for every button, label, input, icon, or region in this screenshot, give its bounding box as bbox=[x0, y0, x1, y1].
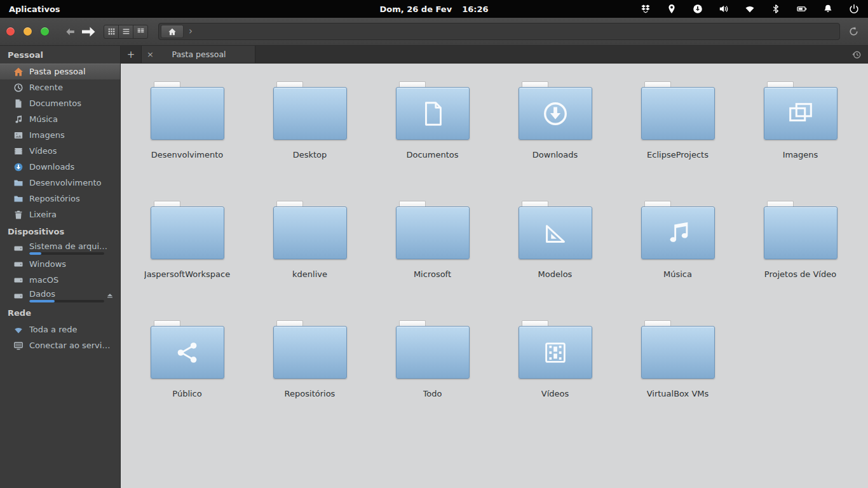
folder-icon bbox=[13, 194, 24, 204]
bluetooth-icon[interactable] bbox=[771, 4, 781, 14]
home-icon bbox=[168, 27, 177, 36]
sidebar-item-conectar-ao-servidor[interactable]: Conectar ao servidor... bbox=[0, 337, 120, 353]
icon-view-button[interactable] bbox=[104, 25, 119, 39]
folder-icon bbox=[519, 201, 592, 259]
folder-item-downloads[interactable]: Downloads bbox=[494, 81, 616, 201]
music-emblem-icon bbox=[663, 219, 693, 248]
sidebar-item-label: Desenvolvimento bbox=[29, 178, 102, 187]
disk-usage-bar bbox=[29, 252, 104, 255]
folder-icon bbox=[273, 320, 347, 379]
back-arrow-icon bbox=[64, 25, 77, 38]
folder-icon bbox=[396, 320, 470, 379]
sidebar-item-imagens[interactable]: Imagens bbox=[0, 127, 120, 143]
sidebar-item-recente[interactable]: Recente bbox=[0, 79, 120, 95]
sidebar-item-label: Conectar ao servidor... bbox=[29, 341, 111, 350]
sidebar-item-label: macOS bbox=[29, 275, 58, 285]
folder-item-videos[interactable]: Vídeos bbox=[494, 320, 616, 440]
folder-icon bbox=[641, 320, 715, 379]
forward-button[interactable] bbox=[79, 22, 97, 41]
folder-item-publico[interactable]: Público bbox=[126, 320, 248, 440]
tab-pasta-pessoal[interactable]: × Pasta pessoal bbox=[141, 46, 255, 63]
folder-icon bbox=[396, 201, 470, 259]
history-button[interactable] bbox=[845, 46, 868, 63]
folder-item-todo[interactable]: Todo bbox=[371, 320, 494, 440]
sidebar-sections: PessoalPasta pessoalRecenteDocumentosMús… bbox=[0, 46, 120, 353]
maximize-window-button[interactable] bbox=[41, 27, 49, 36]
sidebar-item-toda-a-rede[interactable]: Toda a rede bbox=[0, 322, 120, 337]
folder-icon bbox=[273, 201, 347, 259]
back-button[interactable] bbox=[62, 22, 79, 41]
sidebar-item-macos[interactable]: macOS bbox=[0, 272, 120, 288]
sidebar-item-desenvolvimento[interactable]: Desenvolvimento bbox=[0, 175, 120, 191]
sidebar-item-sistema-de-arquivos[interactable]: Sistema de arquivos bbox=[0, 240, 120, 256]
power-icon[interactable] bbox=[849, 4, 859, 14]
minimize-window-button[interactable] bbox=[24, 27, 32, 36]
folder-item-documentos[interactable]: Documentos bbox=[371, 81, 494, 201]
sidebar-item-dados[interactable]: Dados bbox=[0, 288, 120, 304]
sidebar-item-label: Recente bbox=[29, 83, 63, 92]
folder-item-imagens[interactable]: Imagens bbox=[739, 81, 862, 201]
chevron-right-icon: › bbox=[189, 27, 193, 36]
path-bar[interactable]: › bbox=[158, 23, 840, 40]
updates-icon[interactable] bbox=[693, 4, 703, 14]
disk-usage-bar bbox=[29, 300, 104, 302]
network-icon bbox=[13, 325, 24, 335]
compact-view-button[interactable] bbox=[133, 25, 148, 39]
folder-item-projetos-de-video[interactable]: Projetos de Vídeo bbox=[739, 201, 862, 320]
folder-icon bbox=[641, 201, 715, 259]
folder-item-kdenlive[interactable]: kdenlive bbox=[248, 201, 371, 320]
share-emblem-icon bbox=[173, 338, 202, 367]
home-breadcrumb-button[interactable] bbox=[161, 25, 184, 38]
sidebar-item-musica[interactable]: Música bbox=[0, 111, 120, 127]
folder-item-jaspersoftworkspace[interactable]: JaspersoftWorkspace bbox=[126, 201, 248, 320]
folder-item-desktop[interactable]: Desktop bbox=[248, 81, 371, 201]
refresh-button[interactable] bbox=[845, 24, 862, 40]
folder-item-desenvolvimento[interactable]: Desenvolvimento bbox=[126, 81, 248, 201]
document-emblem-icon bbox=[418, 99, 447, 128]
sidebar-item-videos[interactable]: Vídeos bbox=[0, 143, 120, 159]
list-view-icon bbox=[122, 27, 130, 36]
folder-name: Modelos bbox=[538, 269, 573, 279]
applications-menu[interactable]: Aplicativos bbox=[0, 4, 60, 14]
location-icon[interactable] bbox=[667, 4, 677, 14]
folder-item-modelos[interactable]: Modelos bbox=[494, 201, 616, 320]
sidebar-item-label: Pasta pessoal bbox=[29, 67, 86, 76]
folder-name: Vídeos bbox=[541, 389, 569, 398]
folder-name: kdenlive bbox=[292, 269, 327, 279]
document-icon bbox=[13, 98, 24, 109]
sidebar-item-windows[interactable]: Windows bbox=[0, 256, 120, 272]
sidebar-item-pasta-pessoal[interactable]: Pasta pessoal bbox=[0, 64, 120, 79]
notifications-icon[interactable] bbox=[823, 4, 833, 14]
folder-item-microsoft[interactable]: Microsoft bbox=[371, 201, 494, 320]
eject-icon[interactable] bbox=[105, 291, 115, 301]
sidebar-item-repositorios[interactable]: Repositórios bbox=[0, 191, 120, 207]
folder-item-musica[interactable]: Música bbox=[616, 201, 739, 320]
tab-bar: + × Pasta pessoal bbox=[121, 46, 868, 64]
folder-name: Downloads bbox=[532, 150, 578, 159]
close-window-button[interactable] bbox=[6, 27, 15, 36]
sidebar-item-label: Dados bbox=[29, 289, 100, 299]
sidebar-item-documentos[interactable]: Documentos bbox=[0, 95, 120, 111]
file-view[interactable]: DesenvolvimentoDesktopDocumentosDownload… bbox=[121, 64, 868, 488]
sidebar-item-downloads[interactable]: Downloads bbox=[0, 159, 120, 175]
list-view-button[interactable] bbox=[118, 25, 133, 39]
new-tab-button[interactable]: + bbox=[121, 46, 141, 63]
folder-item-eclipseprojects[interactable]: EclipseProjects bbox=[616, 81, 739, 201]
volume-icon[interactable] bbox=[719, 4, 729, 14]
clock[interactable]: Dom, 26 de Fev 16:26 bbox=[379, 4, 488, 14]
sidebar-item-label: Downloads bbox=[29, 162, 74, 172]
folder-item-virtualbox-vms[interactable]: VirtualBox VMs bbox=[616, 320, 739, 440]
dropbox-icon[interactable] bbox=[641, 4, 651, 14]
battery-icon[interactable] bbox=[797, 4, 807, 14]
sidebar-item-label: Windows bbox=[29, 259, 66, 269]
wifi-icon[interactable] bbox=[745, 4, 755, 14]
image-emblem-icon bbox=[786, 99, 815, 128]
folder-icon bbox=[151, 81, 224, 140]
video-emblem-icon bbox=[541, 338, 570, 367]
folder-item-repositorios[interactable]: Repositórios bbox=[248, 320, 371, 440]
tray bbox=[641, 4, 868, 14]
sidebar-item-label: Documentos bbox=[29, 98, 81, 108]
close-tab-button[interactable]: × bbox=[147, 50, 157, 59]
sidebar-item-lixeira[interactable]: Lixeira bbox=[0, 207, 120, 222]
sidebar-section-title-rede: Rede bbox=[0, 304, 120, 322]
